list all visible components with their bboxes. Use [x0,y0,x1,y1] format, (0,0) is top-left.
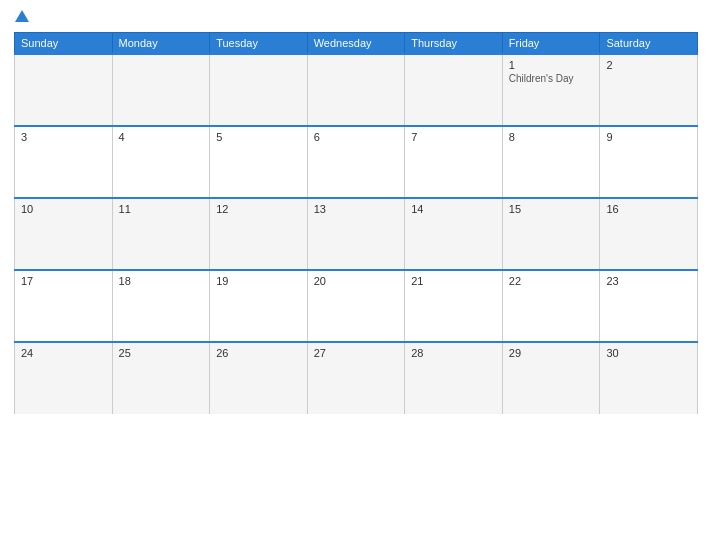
calendar-cell: 27 [307,342,405,414]
calendar-cell: 26 [210,342,308,414]
calendar-cell: 2 [600,54,698,126]
col-monday: Monday [112,33,210,55]
day-number: 18 [119,275,204,287]
day-number: 20 [314,275,399,287]
calendar-cell: 12 [210,198,308,270]
day-number: 3 [21,131,106,143]
logo-triangle-icon [15,10,29,22]
day-number: 10 [21,203,106,215]
day-number: 8 [509,131,594,143]
col-tuesday: Tuesday [210,33,308,55]
day-number: 29 [509,347,594,359]
calendar-header: Sunday Monday Tuesday Wednesday Thursday… [15,33,698,55]
holiday-label: Children's Day [509,73,594,84]
day-number: 26 [216,347,301,359]
day-number: 30 [606,347,691,359]
calendar-cell: 11 [112,198,210,270]
calendar-cell: 9 [600,126,698,198]
calendar-cell: 4 [112,126,210,198]
day-number: 4 [119,131,204,143]
calendar-week-row: 24252627282930 [15,342,698,414]
day-number: 17 [21,275,106,287]
day-number: 28 [411,347,496,359]
day-number: 22 [509,275,594,287]
calendar-cell: 24 [15,342,113,414]
calendar-cell: 23 [600,270,698,342]
calendar-week-row: 3456789 [15,126,698,198]
logo-top [14,10,29,24]
calendar-cell: 13 [307,198,405,270]
calendar-cell: 15 [502,198,600,270]
day-number: 27 [314,347,399,359]
calendar-cell: 6 [307,126,405,198]
day-number: 1 [509,59,594,71]
day-number: 24 [21,347,106,359]
col-sunday: Sunday [15,33,113,55]
calendar-cell: 18 [112,270,210,342]
calendar-cell: 21 [405,270,503,342]
day-number: 16 [606,203,691,215]
calendar-cell: 19 [210,270,308,342]
calendar-cell: 14 [405,198,503,270]
calendar-cell: 1Children's Day [502,54,600,126]
calendar-cell: 5 [210,126,308,198]
calendar-cell: 22 [502,270,600,342]
col-thursday: Thursday [405,33,503,55]
day-number: 11 [119,203,204,215]
calendar-cell [307,54,405,126]
calendar-cell [112,54,210,126]
calendar-cell [210,54,308,126]
calendar-cell: 8 [502,126,600,198]
calendar-cell [15,54,113,126]
day-number: 21 [411,275,496,287]
calendar-cell: 29 [502,342,600,414]
calendar-cell: 25 [112,342,210,414]
calendar-table: Sunday Monday Tuesday Wednesday Thursday… [14,32,698,414]
calendar-cell: 20 [307,270,405,342]
calendar-cell: 17 [15,270,113,342]
day-number: 12 [216,203,301,215]
logo [14,10,29,24]
calendar-cell: 16 [600,198,698,270]
calendar-body: 1Children's Day2345678910111213141516171… [15,54,698,414]
col-friday: Friday [502,33,600,55]
calendar-cell: 3 [15,126,113,198]
col-wednesday: Wednesday [307,33,405,55]
calendar-page: Sunday Monday Tuesday Wednesday Thursday… [0,0,712,550]
calendar-cell: 10 [15,198,113,270]
day-number: 7 [411,131,496,143]
day-number: 6 [314,131,399,143]
col-saturday: Saturday [600,33,698,55]
day-number: 25 [119,347,204,359]
weekday-row: Sunday Monday Tuesday Wednesday Thursday… [15,33,698,55]
day-number: 14 [411,203,496,215]
day-number: 2 [606,59,691,71]
day-number: 23 [606,275,691,287]
day-number: 15 [509,203,594,215]
day-number: 13 [314,203,399,215]
day-number: 9 [606,131,691,143]
calendar-cell [405,54,503,126]
calendar-week-row: 17181920212223 [15,270,698,342]
calendar-week-row: 1Children's Day2 [15,54,698,126]
day-number: 5 [216,131,301,143]
header [14,10,698,24]
calendar-week-row: 10111213141516 [15,198,698,270]
calendar-cell: 7 [405,126,503,198]
calendar-cell: 30 [600,342,698,414]
calendar-cell: 28 [405,342,503,414]
day-number: 19 [216,275,301,287]
